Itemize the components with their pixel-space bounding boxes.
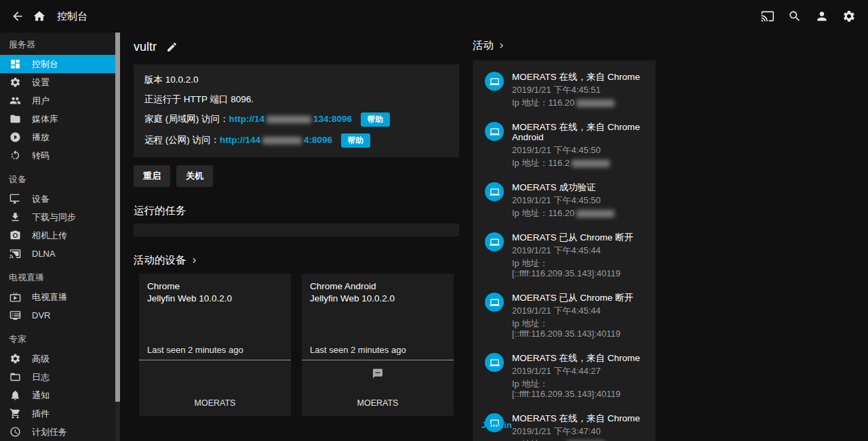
lan-url-link[interactable]: http://14134:8096	[229, 114, 353, 124]
active-devices-heading[interactable]: 活动的设备	[134, 253, 459, 268]
activity-panel: MOERATS 在线，来自 Chrome 2019/1/21 下午4:45:51…	[473, 60, 656, 441]
device-card-header: Chrome Android Jellyfin Web 10.0.2.0	[302, 274, 454, 305]
sidebar-item-label: 转码	[32, 150, 50, 162]
activity-heading[interactable]: 活动	[473, 39, 656, 53]
activity-timestamp: 2019/1/21 下午4:45:51	[512, 85, 640, 95]
topbar: 控制台	[0, 0, 868, 33]
message-icon[interactable]	[372, 368, 384, 379]
page-title: 控制台	[57, 10, 87, 23]
sidebar-item-dlna[interactable]: DLNA	[0, 245, 120, 263]
sidebar-item-label: 通知	[32, 390, 50, 402]
activity-entry: MOERATS 在线，来自 Chrome 2019/1/21 下午4:45:51…	[485, 72, 648, 108]
server-port-line: 正运行于 HTTP 端口 8096.	[144, 93, 448, 106]
device-card-footer: MOERATS	[139, 360, 291, 416]
sidebar-item-label: 控制台	[32, 58, 58, 70]
sidebar-item-camera-upload[interactable]: 相机上传	[0, 226, 120, 245]
sidebar-item-label: 下载与同步	[32, 211, 76, 224]
wan-access-line: 远程 (公网) 访问：http://1444:8096 帮助	[144, 133, 448, 148]
cast-button[interactable]	[757, 5, 778, 27]
device-last-seen: Last seen 2 minutes ago	[139, 345, 291, 360]
chevron-right-icon	[189, 255, 199, 266]
sidebar-section: 服务器 控制台 设置 用户 媒体库 播放 转码	[0, 33, 120, 165]
device-card-footer: MOERATS	[302, 360, 454, 416]
user-menu-button[interactable]	[811, 5, 833, 27]
activity-timestamp: 2019/1/21 下午4:45:50	[512, 195, 616, 205]
activity-title: MOERATS 已从 Chrome 断开	[512, 293, 648, 303]
download-icon	[9, 211, 22, 224]
clock-icon	[9, 426, 22, 438]
sidebar-item-transcoding[interactable]: 转码	[0, 146, 120, 165]
power-buttons-row: 重启 关机	[134, 165, 459, 187]
gear-icon	[9, 77, 22, 89]
device-activity-icon	[485, 232, 504, 251]
activity-entry: MOERATS 成功验证 2019/1/21 下午4:45:50 Ip 地址：1…	[485, 182, 648, 218]
scrollbar-thumb[interactable]	[115, 33, 120, 402]
sidebar: 服务器 控制台 设置 用户 媒体库 播放 转码 设备 设备 下载与同步 相机上传…	[0, 33, 120, 441]
lan-access-label: 家庭 (局域网) 访问：	[144, 114, 229, 124]
activity-entry: MOERATS 已从 Chrome 断开 2019/1/21 下午4:45:44…	[485, 232, 648, 278]
sidebar-item-settings[interactable]: 设置	[0, 73, 120, 91]
jellyfin-link[interactable]: Jellyfin	[481, 420, 512, 430]
device-card[interactable]: Chrome Jellyfin Web 10.0.2.0 Last seen 2…	[139, 274, 291, 416]
sidebar-item-label: 设备	[32, 193, 50, 205]
device-card-header: Chrome Jellyfin Web 10.0.2.0	[139, 274, 291, 305]
sidebar-scrollbar[interactable]	[115, 33, 120, 441]
settings-button[interactable]	[838, 5, 860, 27]
activity-ip: Ip 地址：[::ffff:116.209.35.143]:40119	[512, 318, 648, 339]
device-last-seen: Last seen 2 minutes ago	[302, 345, 454, 360]
sidebar-item-label: 媒体库	[32, 113, 58, 125]
lan-access-line: 家庭 (局域网) 访问：http://14134:8096 帮助	[144, 112, 448, 127]
activity-title: MOERATS 成功验证	[512, 182, 616, 192]
chevron-right-icon	[496, 41, 507, 51]
device-activity-icon	[485, 182, 504, 201]
sidebar-item-playback[interactable]: 播放	[0, 128, 120, 146]
monitor-icon	[9, 193, 22, 205]
device-activity-icon	[485, 122, 504, 141]
wan-url-link[interactable]: http://1444:8096	[220, 135, 332, 145]
lan-help-button[interactable]: 帮助	[361, 112, 390, 127]
gear-icon	[9, 353, 22, 365]
active-devices-row: Chrome Jellyfin Web 10.0.2.0 Last seen 2…	[139, 274, 459, 416]
device-app-version: Jellyfin Web 10.0.2.0	[147, 293, 283, 305]
dashboard-icon	[9, 58, 22, 70]
sidebar-item-logs[interactable]: 日志	[0, 368, 120, 386]
jellyfin-dashboard: 控制台 服务器 控制台 设置 用户 媒体库 播放 转码 设备 设备	[0, 0, 868, 441]
redacted-ip	[576, 100, 614, 107]
sidebar-item-download-sync[interactable]: 下载与同步	[0, 208, 120, 226]
people-icon	[9, 95, 22, 107]
wan-access-label: 远程 (公网) 访问：	[144, 135, 220, 145]
sidebar-item-advanced[interactable]: 高级	[0, 350, 120, 368]
sidebar-item-users[interactable]: 用户	[0, 91, 120, 110]
wan-help-button[interactable]: 帮助	[341, 133, 370, 148]
sidebar-section-header: 专家	[0, 324, 120, 350]
sidebar-item-dashboard[interactable]: 控制台	[0, 55, 115, 73]
activity-title: MOERATS 在线，来自 Chrome Android	[512, 122, 648, 142]
sidebar-item-livetv[interactable]: 电视直播	[0, 288, 120, 306]
sidebar-item-dvr[interactable]: DVR	[0, 306, 120, 324]
search-button[interactable]	[784, 5, 806, 27]
sidebar-item-devices[interactable]: 设备	[0, 190, 120, 208]
sidebar-item-label: 用户	[32, 95, 50, 107]
restart-button[interactable]: 重启	[134, 165, 170, 187]
activity-column: 活动 MOERATS 在线，来自 Chrome 2019/1/21 下午4:45…	[473, 33, 656, 441]
sidebar-section-header: 服务器	[0, 33, 120, 55]
topbar-actions	[757, 5, 861, 27]
device-user-button[interactable]: MOERATS	[139, 398, 291, 408]
activity-ip: Ip 地址：116.20	[512, 208, 616, 218]
sidebar-item-libraries[interactable]: 媒体库	[0, 110, 120, 128]
sidebar-item-label: 相机上传	[32, 230, 67, 242]
live-tv-icon	[9, 291, 22, 303]
redacted-wan-ip	[262, 137, 302, 144]
edit-server-name-button[interactable]	[162, 37, 182, 57]
sidebar-item-label: 插件	[32, 408, 50, 420]
sidebar-section-header: 设备	[0, 165, 120, 190]
shutdown-button[interactable]: 关机	[176, 165, 213, 187]
sidebar-item-scheduled-tasks[interactable]: 计划任务	[0, 423, 120, 441]
activity-ip: Ip 地址：[::ffff:116.209.35.143]:40119	[512, 379, 648, 399]
device-card[interactable]: Chrome Android Jellyfin Web 10.0.2.0 Las…	[302, 274, 454, 416]
sidebar-item-notifications[interactable]: 通知	[0, 386, 120, 404]
back-button[interactable]	[7, 5, 28, 27]
device-user-button[interactable]: MOERATS	[302, 398, 454, 408]
sidebar-item-plugins[interactable]: 插件	[0, 404, 120, 423]
home-button[interactable]	[28, 5, 50, 27]
